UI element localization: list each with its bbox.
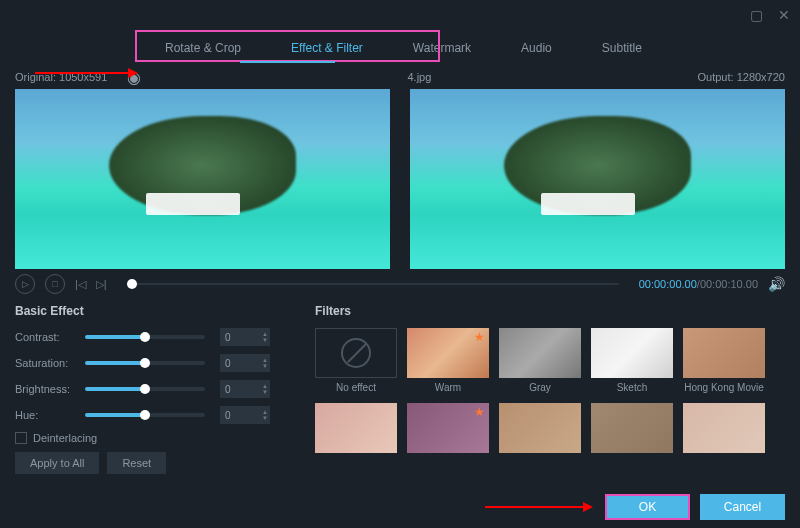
saturation-label: Saturation: [15,357,85,369]
contrast-label: Contrast: [15,331,85,343]
volume-icon[interactable]: 🔊 [768,276,785,292]
filter-hong-kong[interactable] [683,328,765,378]
original-preview [15,89,390,269]
brightness-slider[interactable] [85,387,205,391]
current-time: 00:00:00.00 [639,278,697,290]
saturation-spinner[interactable]: 0▲▼ [220,354,270,372]
deinterlacing-checkbox[interactable] [15,432,27,444]
filter-thumb[interactable] [683,403,765,453]
filter-label: Warm [435,382,461,393]
star-icon: ★ [474,330,485,344]
saturation-slider[interactable] [85,361,205,365]
filter-thumb[interactable] [315,403,397,453]
cancel-button[interactable]: Cancel [700,494,785,520]
brightness-spinner[interactable]: 0▲▼ [220,380,270,398]
reset-button[interactable]: Reset [107,452,166,474]
tab-rotate-crop[interactable]: Rotate & Crop [140,33,266,63]
ok-button[interactable]: OK [605,494,690,520]
filter-no-effect[interactable] [315,328,397,378]
annotation-arrow [485,506,585,508]
filter-label: Sketch [617,382,648,393]
annotation-arrow [35,72,130,74]
total-time: /00:00:10.00 [697,278,758,290]
tab-effect-filter[interactable]: Effect & Filter [266,33,388,63]
filter-label: Hong Kong Movie [684,382,764,393]
filter-warm[interactable]: ★ [407,328,489,378]
tab-underline [240,61,335,63]
filter-gray[interactable] [499,328,581,378]
close-icon[interactable]: ✕ [778,7,790,23]
filter-thumb[interactable] [499,403,581,453]
minimize-icon[interactable]: ▢ [750,7,763,23]
stop-button[interactable]: □ [45,274,65,294]
timeline-slider[interactable] [127,283,619,285]
tab-watermark[interactable]: Watermark [388,33,496,63]
filters-title: Filters [315,304,785,318]
play-button[interactable]: ▷ [15,274,35,294]
apply-all-button[interactable]: Apply to All [15,452,99,474]
basic-effect-title: Basic Effect [15,304,295,318]
deinterlacing-label: Deinterlacing [33,432,97,444]
brightness-label: Brightness: [15,383,85,395]
contrast-slider[interactable] [85,335,205,339]
hue-spinner[interactable]: 0▲▼ [220,406,270,424]
tab-audio[interactable]: Audio [496,33,577,63]
filter-sketch[interactable] [591,328,673,378]
next-frame-button[interactable]: ▷| [96,278,107,291]
output-size-label: Output: 1280x720 [698,71,785,83]
tab-subtitle[interactable]: Subtitle [577,33,667,63]
output-preview [410,89,785,269]
star-icon: ★ [474,405,485,419]
hue-slider[interactable] [85,413,205,417]
hue-label: Hue: [15,409,85,421]
filter-thumb[interactable]: ★ [407,403,489,453]
filter-thumb[interactable] [591,403,673,453]
filename-label: 4.jpg [408,71,432,83]
prev-frame-button[interactable]: |◁ [75,278,86,291]
contrast-spinner[interactable]: 0▲▼ [220,328,270,346]
filter-label: No effect [336,382,376,393]
filter-label: Gray [529,382,551,393]
